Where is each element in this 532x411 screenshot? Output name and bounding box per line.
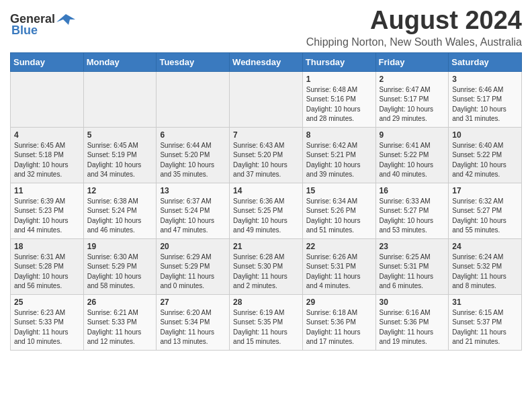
calendar-cell: 15Sunrise: 6:34 AMSunset: 5:26 PMDayligh… (302, 183, 375, 238)
day-info: Sunrise: 6:36 AMSunset: 5:25 PMDaylight:… (233, 197, 299, 236)
calendar-cell (157, 71, 230, 127)
calendar-week-5: 25Sunrise: 6:23 AMSunset: 5:33 PMDayligh… (11, 294, 522, 350)
calendar-cell: 7Sunrise: 6:43 AMSunset: 5:20 PMDaylight… (230, 127, 303, 183)
calendar-cell: 2Sunrise: 6:47 AMSunset: 5:17 PMDaylight… (375, 71, 449, 127)
day-info: Sunrise: 6:47 AMSunset: 5:17 PMDaylight:… (380, 85, 445, 124)
logo: General Blue (10, 12, 75, 38)
day-info: Sunrise: 6:32 AMSunset: 5:27 PMDaylight:… (452, 197, 518, 236)
day-info: Sunrise: 6:44 AMSunset: 5:20 PMDaylight:… (160, 141, 226, 180)
day-number: 9 (380, 130, 445, 140)
calendar-cell: 17Sunrise: 6:32 AMSunset: 5:27 PMDayligh… (449, 183, 522, 238)
day-number: 2 (380, 75, 445, 84)
day-info: Sunrise: 6:18 AMSunset: 5:36 PMDaylight:… (306, 308, 372, 347)
calendar-cell: 18Sunrise: 6:31 AMSunset: 5:28 PMDayligh… (11, 238, 84, 294)
day-number: 3 (452, 75, 518, 84)
header-thursday: Thursday (302, 52, 375, 71)
day-number: 24 (452, 242, 518, 251)
day-number: 15 (306, 186, 372, 195)
calendar-header: SundayMondayTuesdayWednesdayThursdayFrid… (11, 52, 522, 71)
day-number: 4 (14, 130, 80, 140)
day-info: Sunrise: 6:39 AMSunset: 5:23 PMDaylight:… (14, 197, 80, 236)
day-number: 19 (87, 242, 153, 251)
calendar-cell: 11Sunrise: 6:39 AMSunset: 5:23 PMDayligh… (11, 183, 84, 238)
header-wednesday: Wednesday (230, 52, 303, 71)
calendar-cell: 6Sunrise: 6:44 AMSunset: 5:20 PMDaylight… (157, 127, 230, 183)
calendar-cell: 14Sunrise: 6:36 AMSunset: 5:25 PMDayligh… (230, 183, 303, 238)
calendar-cell: 13Sunrise: 6:37 AMSunset: 5:24 PMDayligh… (157, 183, 230, 238)
day-number: 27 (160, 298, 226, 307)
day-number: 8 (306, 130, 372, 140)
day-info: Sunrise: 6:40 AMSunset: 5:22 PMDaylight:… (452, 141, 518, 180)
calendar-cell: 28Sunrise: 6:19 AMSunset: 5:35 PMDayligh… (230, 294, 303, 350)
day-info: Sunrise: 6:29 AMSunset: 5:29 PMDaylight:… (160, 253, 226, 291)
calendar-cell: 10Sunrise: 6:40 AMSunset: 5:22 PMDayligh… (449, 127, 522, 183)
day-info: Sunrise: 6:43 AMSunset: 5:20 PMDaylight:… (233, 141, 299, 180)
day-info: Sunrise: 6:24 AMSunset: 5:32 PMDaylight:… (452, 253, 518, 291)
day-number: 30 (380, 298, 445, 307)
day-number: 18 (14, 242, 80, 251)
calendar-week-2: 4Sunrise: 6:45 AMSunset: 5:18 PMDaylight… (11, 127, 522, 183)
day-info: Sunrise: 6:26 AMSunset: 5:31 PMDaylight:… (306, 253, 372, 291)
day-number: 6 (160, 130, 226, 140)
day-number: 12 (87, 186, 153, 195)
day-info: Sunrise: 6:20 AMSunset: 5:34 PMDaylight:… (160, 308, 226, 347)
day-number: 31 (452, 298, 518, 307)
day-info: Sunrise: 6:38 AMSunset: 5:24 PMDaylight:… (87, 197, 153, 236)
calendar-cell: 26Sunrise: 6:21 AMSunset: 5:33 PMDayligh… (83, 294, 157, 350)
title-section: August 2024 Chipping Norton, New South W… (306, 7, 522, 48)
day-info: Sunrise: 6:23 AMSunset: 5:33 PMDaylight:… (14, 308, 80, 347)
day-info: Sunrise: 6:45 AMSunset: 5:18 PMDaylight:… (14, 141, 80, 180)
calendar-table: SundayMondayTuesdayWednesdayThursdayFrid… (10, 52, 522, 351)
day-info: Sunrise: 6:45 AMSunset: 5:19 PMDaylight:… (87, 141, 153, 180)
day-number: 26 (87, 298, 153, 307)
calendar-cell: 29Sunrise: 6:18 AMSunset: 5:36 PMDayligh… (302, 294, 375, 350)
day-info: Sunrise: 6:37 AMSunset: 5:24 PMDaylight:… (160, 197, 226, 236)
day-number: 17 (452, 186, 518, 195)
calendar-week-4: 18Sunrise: 6:31 AMSunset: 5:28 PMDayligh… (11, 238, 522, 294)
day-number: 7 (233, 130, 299, 140)
calendar-cell: 30Sunrise: 6:16 AMSunset: 5:36 PMDayligh… (375, 294, 449, 350)
day-number: 13 (160, 186, 226, 195)
day-number: 20 (160, 242, 226, 251)
day-number: 1 (306, 75, 372, 84)
calendar-body: 1Sunrise: 6:48 AMSunset: 5:16 PMDaylight… (11, 71, 522, 350)
calendar-cell: 23Sunrise: 6:25 AMSunset: 5:31 PMDayligh… (375, 238, 449, 294)
calendar-cell: 5Sunrise: 6:45 AMSunset: 5:19 PMDaylight… (83, 127, 157, 183)
calendar-cell: 4Sunrise: 6:45 AMSunset: 5:18 PMDaylight… (11, 127, 84, 183)
calendar-cell: 16Sunrise: 6:33 AMSunset: 5:27 PMDayligh… (375, 183, 449, 238)
header-tuesday: Tuesday (157, 52, 230, 71)
day-info: Sunrise: 6:34 AMSunset: 5:26 PMDaylight:… (306, 197, 372, 236)
day-number: 5 (87, 130, 153, 140)
header-friday: Friday (375, 52, 449, 71)
day-number: 22 (306, 242, 372, 251)
calendar-week-1: 1Sunrise: 6:48 AMSunset: 5:16 PMDaylight… (11, 71, 522, 127)
calendar-week-3: 11Sunrise: 6:39 AMSunset: 5:23 PMDayligh… (11, 183, 522, 238)
calendar-cell: 9Sunrise: 6:41 AMSunset: 5:22 PMDaylight… (375, 127, 449, 183)
day-info: Sunrise: 6:21 AMSunset: 5:33 PMDaylight:… (87, 308, 153, 347)
calendar-cell: 21Sunrise: 6:28 AMSunset: 5:30 PMDayligh… (230, 238, 303, 294)
day-info: Sunrise: 6:33 AMSunset: 5:27 PMDaylight:… (380, 197, 445, 236)
logo-text-blue: Blue (11, 24, 38, 38)
header-saturday: Saturday (449, 52, 522, 71)
calendar-cell (11, 71, 84, 127)
calendar-cell (230, 71, 303, 127)
day-info: Sunrise: 6:48 AMSunset: 5:16 PMDaylight:… (306, 85, 372, 124)
calendar-cell (83, 71, 157, 127)
day-number: 29 (306, 298, 372, 307)
day-info: Sunrise: 6:16 AMSunset: 5:36 PMDaylight:… (380, 308, 445, 347)
day-number: 16 (380, 186, 445, 195)
calendar-cell: 3Sunrise: 6:46 AMSunset: 5:17 PMDaylight… (449, 71, 522, 127)
calendar-cell: 22Sunrise: 6:26 AMSunset: 5:31 PMDayligh… (302, 238, 375, 294)
day-info: Sunrise: 6:15 AMSunset: 5:37 PMDaylight:… (452, 308, 518, 347)
subtitle: Chipping Norton, New South Wales, Austra… (306, 36, 522, 48)
day-number: 23 (380, 242, 445, 251)
logo-bird-icon (56, 13, 75, 26)
day-number: 11 (14, 186, 80, 195)
main-title: August 2024 (306, 7, 522, 35)
day-number: 14 (233, 186, 299, 195)
day-number: 25 (14, 298, 80, 307)
day-info: Sunrise: 6:25 AMSunset: 5:31 PMDaylight:… (380, 253, 445, 291)
calendar-cell: 8Sunrise: 6:42 AMSunset: 5:21 PMDaylight… (302, 127, 375, 183)
day-info: Sunrise: 6:41 AMSunset: 5:22 PMDaylight:… (380, 141, 445, 180)
calendar-cell: 27Sunrise: 6:20 AMSunset: 5:34 PMDayligh… (157, 294, 230, 350)
